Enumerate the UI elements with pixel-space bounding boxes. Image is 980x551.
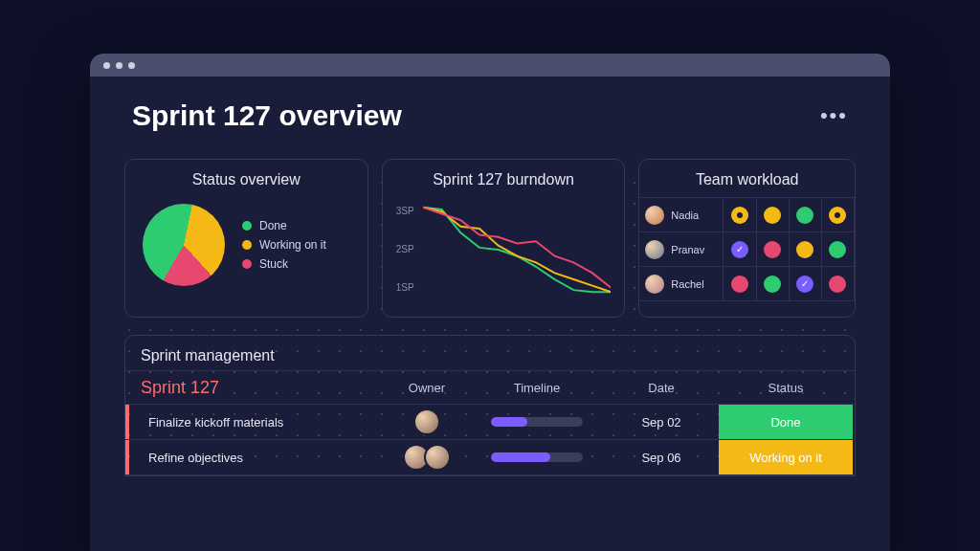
table-row[interactable]: Refine objectives Sep 06 Working on it <box>125 440 855 475</box>
pie-legend: DoneWorking on itStuck <box>242 219 326 271</box>
workload-member[interactable]: Nadia <box>638 197 724 232</box>
col-status: Status <box>719 381 853 395</box>
timeline-cell[interactable] <box>470 417 604 427</box>
legend-label: Done <box>259 219 287 232</box>
workload-cell[interactable] <box>723 231 756 267</box>
owner-cell[interactable] <box>384 408 470 435</box>
status-pie-chart <box>143 204 225 286</box>
card-title: Sprint 127 burndown <box>396 171 612 188</box>
workload-cell[interactable] <box>756 266 790 301</box>
app-window: Sprint 127 overview ••• Status overview … <box>90 54 890 551</box>
legend-label: Stuck <box>259 257 288 271</box>
workload-dot <box>796 276 813 293</box>
card-title: Status overview <box>139 171 354 188</box>
workload-dot <box>764 207 781 224</box>
workload-member[interactable]: Pranav <box>638 231 724 267</box>
sprint-group-label[interactable]: Sprint 127 <box>125 378 384 398</box>
col-owner: Owner <box>384 381 470 395</box>
task-title[interactable]: Finalize kickoff materials <box>125 405 384 439</box>
page-title: Sprint 127 overview <box>132 99 402 132</box>
window-dot[interactable] <box>103 62 110 69</box>
legend-item: Working on it <box>242 238 326 252</box>
workload-dot <box>764 241 781 258</box>
timeline-cell[interactable] <box>470 452 604 462</box>
workload-cell[interactable] <box>821 197 855 232</box>
window-dot[interactable] <box>128 62 135 69</box>
team-workload-card: Team workload NadiaPranavRachel <box>638 159 856 318</box>
sprint-management-panel: Sprint management Sprint 127 Owner Timel… <box>124 335 856 476</box>
workload-cell[interactable] <box>756 197 790 232</box>
owner-cell[interactable] <box>384 444 470 471</box>
y-tick-label: 2SP <box>396 244 414 254</box>
workload-cell[interactable] <box>789 197 822 232</box>
avatar <box>424 444 451 471</box>
member-name: Rachel <box>671 278 703 290</box>
workload-dot <box>829 207 846 224</box>
avatar <box>645 206 664 225</box>
col-date: Date <box>604 381 719 395</box>
burndown-card: Sprint 127 burndown 3SP2SP1SP <box>382 159 626 318</box>
avatar <box>413 408 440 435</box>
legend-dot <box>242 259 252 269</box>
workload-cell[interactable] <box>723 266 756 301</box>
workload-dot <box>764 276 781 293</box>
workload-cell[interactable] <box>756 231 790 267</box>
status-overview-card: Status overview DoneWorking on itStuck <box>124 159 368 318</box>
legend-dot <box>242 221 252 231</box>
card-title: Team workload <box>639 171 855 188</box>
burndown-chart: 3SP2SP1SP <box>396 198 612 303</box>
workload-cell[interactable] <box>821 266 855 301</box>
workload-dot <box>829 241 846 258</box>
member-name: Nadia <box>671 209 699 221</box>
status-cell[interactable]: Working on it <box>719 440 853 474</box>
status-cell[interactable]: Done <box>719 405 853 439</box>
workload-cell[interactable] <box>821 231 855 267</box>
workload-cell[interactable] <box>789 266 822 301</box>
y-tick-label: 1SP <box>396 282 414 293</box>
burndown-line <box>423 208 612 292</box>
more-menu-button[interactable]: ••• <box>820 103 848 128</box>
workload-dot <box>829 276 846 293</box>
window-dot[interactable] <box>116 62 122 69</box>
task-title[interactable]: Refine objectives <box>125 440 384 474</box>
workload-dot <box>731 207 748 224</box>
avatar <box>645 240 664 259</box>
col-timeline: Timeline <box>470 381 604 395</box>
legend-label: Working on it <box>259 238 326 252</box>
workload-grid: NadiaPranavRachel <box>639 198 855 301</box>
date-cell[interactable]: Sep 06 <box>604 451 719 465</box>
date-cell[interactable]: Sep 02 <box>604 415 719 430</box>
avatar <box>645 275 664 294</box>
workload-dot <box>731 276 748 293</box>
workload-dot <box>731 241 748 258</box>
add-column-button[interactable]: + <box>853 381 856 395</box>
table-row[interactable]: Finalize kickoff materials Sep 02 Done <box>125 405 855 440</box>
workload-cell[interactable] <box>723 197 756 232</box>
legend-dot <box>242 240 252 250</box>
workload-member[interactable]: Rachel <box>638 266 724 301</box>
y-tick-label: 3SP <box>396 206 414 216</box>
workload-cell[interactable] <box>789 231 822 267</box>
legend-item: Done <box>242 219 326 232</box>
panel-title: Sprint management <box>125 336 855 370</box>
table-header: Sprint 127 Owner Timeline Date Status + <box>125 370 855 405</box>
workload-dot <box>796 241 813 258</box>
legend-item: Stuck <box>242 257 326 271</box>
window-titlebar <box>90 54 890 77</box>
workload-dot <box>796 207 813 224</box>
member-name: Pranav <box>671 244 704 255</box>
